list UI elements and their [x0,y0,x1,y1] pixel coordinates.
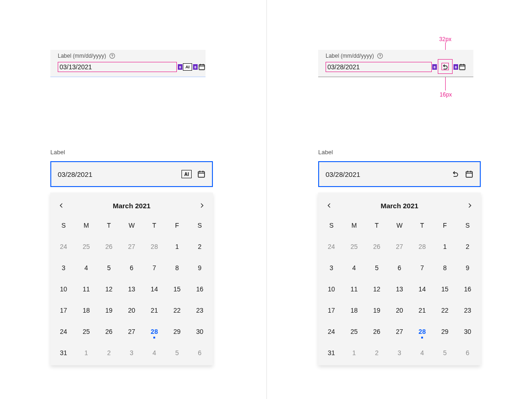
calendar-icon[interactable] [459,63,466,71]
calendar-day[interactable]: 6 [388,257,411,278]
help-icon[interactable] [109,53,115,59]
calendar-day[interactable]: 21 [411,300,434,321]
calendar-day[interactable]: 15 [166,278,188,300]
calendar-day[interactable]: 1 [75,342,97,363]
calendar-day[interactable]: 20 [388,300,411,321]
calendar-day[interactable]: 22 [166,300,188,321]
calendar-day[interactable]: 24 [52,236,75,257]
calendar-day[interactable]: 28 [143,236,166,257]
calendar-day[interactable]: 4 [143,342,166,363]
calendar-day[interactable]: 8 [434,257,456,278]
calendar-day[interactable]: 17 [52,300,75,321]
calendar-day[interactable]: 6 [456,342,479,363]
calendar-day[interactable]: 22 [434,300,456,321]
calendar-day[interactable]: 11 [343,278,365,300]
calendar-day[interactable]: 16 [456,278,479,300]
calendar-day[interactable]: 30 [456,321,479,342]
calendar-day[interactable]: 4 [343,257,365,278]
undo-icon[interactable] [451,170,459,178]
calendar-day[interactable]: 27 [388,321,411,342]
calendar-day[interactable]: 9 [456,257,479,278]
calendar-day[interactable]: 3 [52,257,75,278]
calendar-icon[interactable] [198,63,206,71]
calendar-day[interactable]: 13 [388,278,411,300]
calendar-day[interactable]: 24 [320,321,343,342]
calendar-day[interactable]: 4 [411,342,434,363]
calendar-day[interactable]: 2 [365,342,388,363]
ai-icon[interactable]: AI [181,170,192,178]
undo-icon[interactable] [441,62,450,72]
calendar-day[interactable]: 26 [365,321,388,342]
prev-month-button[interactable] [56,200,67,211]
calendar-day[interactable]: 25 [75,236,97,257]
calendar-day[interactable]: 12 [97,278,120,300]
calendar-day[interactable]: 23 [188,300,211,321]
calendar-day[interactable]: 10 [52,278,75,300]
calendar-day[interactable]: 13 [120,278,143,300]
calendar-icon[interactable] [197,170,206,178]
calendar-day[interactable]: 11 [75,278,97,300]
calendar-day[interactable]: 1 [343,342,365,363]
next-month-button[interactable] [464,200,475,211]
calendar-day[interactable]: 16 [188,278,211,300]
calendar-day[interactable]: 18 [75,300,97,321]
calendar-day[interactable]: 25 [343,236,365,257]
calendar-day[interactable]: 2 [456,236,479,257]
calendar-day[interactable]: 27 [120,321,143,342]
calendar-day[interactable]: 23 [456,300,479,321]
calendar-day[interactable]: 17 [320,300,343,321]
calendar-day[interactable]: 27 [120,236,143,257]
ai-icon[interactable]: AI [183,63,192,71]
date-input-expanded[interactable]: 03/28/2021 [318,161,481,187]
calendar-day[interactable]: 24 [320,236,343,257]
calendar-day[interactable]: 9 [188,257,211,278]
calendar-day[interactable]: 1 [434,236,456,257]
calendar-day[interactable]: 25 [343,321,365,342]
calendar-day[interactable]: 5 [434,342,456,363]
calendar-day[interactable]: 14 [411,278,434,300]
calendar-day[interactable]: 3 [388,342,411,363]
calendar-day[interactable]: 26 [365,236,388,257]
calendar-day[interactable]: 5 [97,257,120,278]
calendar-day[interactable]: 28 [411,236,434,257]
calendar-day[interactable]: 14 [143,278,166,300]
calendar-day[interactable]: 19 [365,300,388,321]
date-input[interactable]: 03/28/2021 [326,62,432,72]
prev-month-button[interactable] [324,200,335,211]
calendar-day[interactable]: 24 [52,321,75,342]
calendar-day[interactable]: 4 [75,257,97,278]
calendar-day[interactable]: 3 [320,257,343,278]
calendar-day[interactable]: 31 [320,342,343,363]
calendar-day[interactable]: 6 [120,257,143,278]
calendar-day[interactable]: 10 [320,278,343,300]
calendar-day[interactable]: 5 [365,257,388,278]
calendar-day[interactable]: 15 [434,278,456,300]
calendar-day[interactable]: 20 [120,300,143,321]
calendar-day[interactable]: 3 [120,342,143,363]
calendar-day[interactable]: 25 [75,321,97,342]
calendar-day[interactable]: 2 [188,236,211,257]
calendar-day[interactable]: 26 [97,236,120,257]
calendar-day[interactable]: 31 [52,342,75,363]
calendar-day[interactable]: 19 [97,300,120,321]
calendar-day[interactable]: 7 [411,257,434,278]
calendar-day[interactable]: 5 [166,342,188,363]
calendar-day[interactable]: 29 [434,321,456,342]
calendar-day[interactable]: 27 [388,236,411,257]
calendar-day[interactable]: 28 [411,321,434,342]
calendar-day[interactable]: 29 [166,321,188,342]
calendar-day[interactable]: 26 [97,321,120,342]
date-input[interactable]: 03/13/2021 [58,62,177,72]
help-icon[interactable] [377,53,383,59]
calendar-day[interactable]: 12 [365,278,388,300]
calendar-day[interactable]: 18 [343,300,365,321]
date-input-expanded[interactable]: 03/28/2021 AI [50,161,213,187]
calendar-day[interactable]: 28 [143,321,166,342]
calendar-day[interactable]: 21 [143,300,166,321]
next-month-button[interactable] [196,200,207,211]
calendar-day[interactable]: 8 [166,257,188,278]
calendar-day[interactable]: 30 [188,321,211,342]
calendar-day[interactable]: 2 [97,342,120,363]
calendar-day[interactable]: 1 [166,236,188,257]
calendar-icon[interactable] [465,170,473,178]
